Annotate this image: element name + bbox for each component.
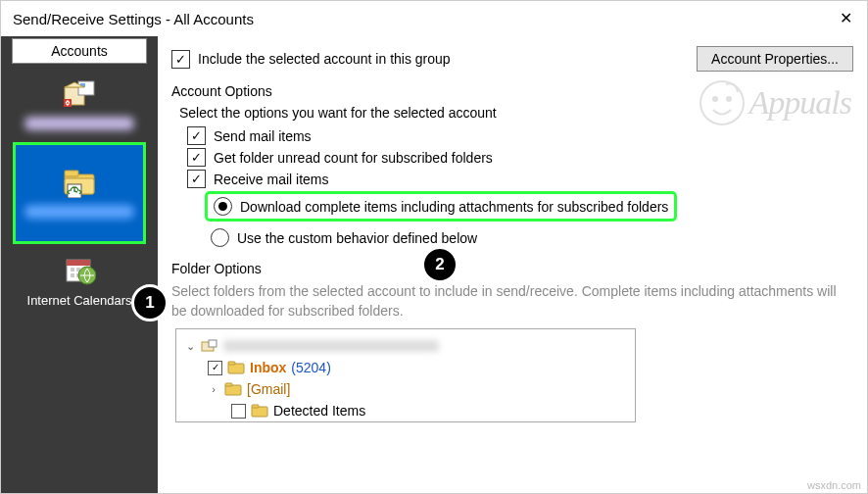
internet-calendars-item[interactable]: Internet Calendars bbox=[13, 244, 146, 318]
svg-rect-10 bbox=[67, 260, 90, 266]
annotation-1: 1 bbox=[131, 284, 169, 321]
send-mail-label: Send mail items bbox=[214, 128, 312, 144]
sidebar-header: Accounts bbox=[12, 38, 147, 64]
svg-rect-23 bbox=[228, 362, 235, 365]
gmail-label[interactable]: [Gmail] bbox=[247, 378, 290, 400]
account-options-desc: Select the options you want for the sele… bbox=[179, 105, 853, 121]
window-title: Send/Receive Settings - All Accounts bbox=[13, 11, 824, 27]
svg-rect-6 bbox=[65, 171, 78, 176]
custom-behavior-label: Use the custom behavior defined below bbox=[237, 230, 477, 246]
folder-options-heading: Folder Options bbox=[171, 261, 853, 276]
folder-tree[interactable]: ⌄ ✓ Inbox (5204) bbox=[175, 328, 636, 422]
svg-rect-21 bbox=[209, 340, 217, 347]
account-label-2 bbox=[24, 205, 134, 219]
include-account-checkbox[interactable]: ✓ bbox=[171, 50, 190, 69]
download-complete-option[interactable]: Download complete items including attach… bbox=[205, 191, 677, 222]
chevron-down-icon[interactable]: ⌄ bbox=[184, 335, 196, 357]
account-item-2[interactable] bbox=[13, 142, 146, 244]
unread-count-checkbox[interactable]: ✓ bbox=[187, 148, 206, 167]
detected-label[interactable]: Detected Items bbox=[273, 400, 365, 421]
account-label-1 bbox=[24, 117, 134, 130]
credit: wsxdn.com bbox=[807, 479, 861, 491]
folder-icon bbox=[17, 166, 142, 199]
folder-icon bbox=[227, 361, 245, 374]
svg-rect-27 bbox=[252, 405, 259, 408]
download-complete-radio[interactable] bbox=[214, 197, 232, 216]
folder-icon bbox=[224, 382, 242, 396]
mailbox-icon bbox=[201, 339, 218, 353]
svg-rect-14 bbox=[71, 273, 74, 277]
account-item-1[interactable] bbox=[13, 68, 146, 142]
inbox-count: (5204) bbox=[291, 357, 330, 378]
account-properties-button[interactable]: Account Properties... bbox=[697, 46, 853, 72]
svg-rect-11 bbox=[71, 268, 74, 272]
close-icon[interactable]: ✕ bbox=[824, 1, 867, 36]
send-mail-checkbox[interactable]: ✓ bbox=[187, 126, 206, 145]
custom-behavior-option[interactable]: Use the custom behavior defined below bbox=[211, 228, 853, 247]
inbox-checkbox[interactable]: ✓ bbox=[208, 361, 222, 375]
unread-count-label: Get folder unread count for subscribed f… bbox=[214, 150, 493, 166]
inbox-label[interactable]: Inbox bbox=[250, 357, 286, 378]
account-options-heading: Account Options bbox=[171, 83, 853, 99]
accounts-sidebar: Accounts bbox=[1, 36, 158, 493]
calendar-icon bbox=[17, 254, 142, 287]
svg-rect-25 bbox=[225, 383, 232, 386]
folder-icon bbox=[251, 404, 268, 418]
chevron-right-icon[interactable]: › bbox=[208, 378, 219, 400]
detected-checkbox[interactable] bbox=[231, 404, 246, 419]
include-account-label: Include the selected account in this gro… bbox=[198, 51, 451, 67]
folder-options-desc: Select folders from the selected account… bbox=[171, 282, 853, 321]
receive-mail-label: Receive mail items bbox=[214, 172, 328, 187]
account-icon bbox=[17, 77, 142, 111]
download-complete-label: Download complete items including attach… bbox=[240, 199, 668, 215]
internet-calendars-label: Internet Calendars bbox=[27, 293, 132, 308]
receive-mail-checkbox[interactable]: ✓ bbox=[187, 170, 206, 188]
annotation-2: 2 bbox=[421, 246, 458, 283]
account-email bbox=[223, 340, 439, 352]
custom-behavior-radio[interactable] bbox=[211, 228, 229, 247]
